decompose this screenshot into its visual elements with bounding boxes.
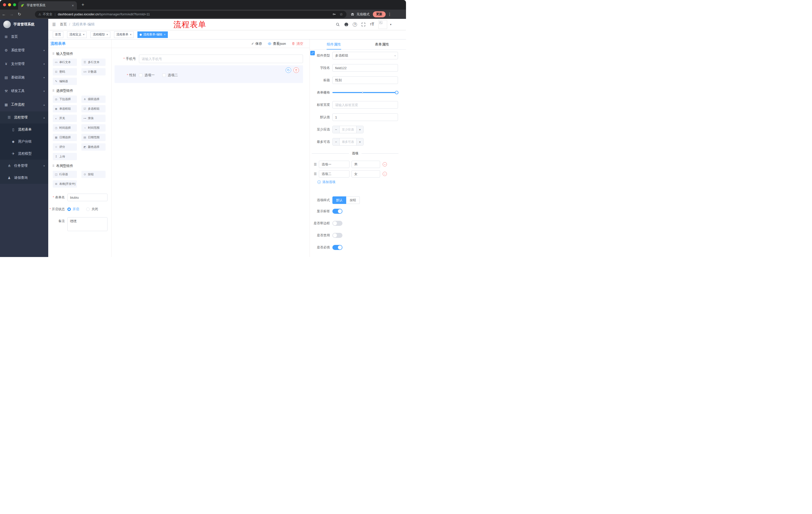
breadcrumb-home[interactable]: 首页 xyxy=(60,22,67,27)
slider-handle[interactable] xyxy=(395,91,399,94)
border-toggle[interactable] xyxy=(332,221,343,226)
tag-process-form-edit[interactable]: 流程表单-编辑 × xyxy=(138,31,168,38)
help-icon[interactable]: ? xyxy=(352,21,358,28)
tag-process-model[interactable]: 流程模型 × xyxy=(90,31,110,38)
selected-component-gender[interactable]: 性别 选项一 选项二 xyxy=(115,65,303,83)
sidebar-item-process-form[interactable]: ▯ 流程表单 xyxy=(0,124,48,136)
fullscreen-icon[interactable] xyxy=(360,21,367,28)
drawing-board[interactable]: 手机号 xyxy=(112,48,310,257)
palette-item-time-range[interactable]: ◔时间范围 xyxy=(81,124,106,132)
gender-option1-checkbox[interactable]: 选项一 xyxy=(139,73,155,77)
form-name-input[interactable] xyxy=(67,194,108,201)
decrease-button[interactable]: − xyxy=(332,126,340,133)
sidebar-item-system[interactable]: ⚙ 系统管理 ▾ xyxy=(0,44,48,57)
view-json-button[interactable]: 查看json xyxy=(267,42,286,46)
sidebar-item-process-model[interactable]: ✈ 流程模型 xyxy=(0,147,48,160)
palette-item-checkbox-group[interactable]: ☑多选框组 xyxy=(81,105,106,112)
remove-option-icon[interactable]: − xyxy=(383,172,387,176)
window-close-button[interactable] xyxy=(3,3,6,6)
clear-button[interactable]: 清空 xyxy=(291,42,303,46)
style-default-button[interactable]: 默认 xyxy=(332,196,346,204)
disabled-toggle[interactable] xyxy=(332,233,343,238)
option-value-input[interactable] xyxy=(351,170,380,178)
search-icon[interactable] xyxy=(335,21,341,28)
palette-item-switch[interactable]: ◐开关 xyxy=(53,115,77,122)
palette-item-multi-text[interactable]: ☰多行文本 xyxy=(81,59,106,66)
tab-form-props[interactable]: 表单属性 xyxy=(358,39,406,49)
window-minimize-button[interactable] xyxy=(8,3,11,6)
browser-menu-icon[interactable]: ⋮ xyxy=(387,12,392,17)
user-avatar[interactable] xyxy=(378,20,387,29)
decrease-button[interactable]: − xyxy=(332,138,340,145)
palette-item-rate[interactable]: ☆评分 xyxy=(53,143,77,151)
max-select-value[interactable]: 最多可选 xyxy=(340,138,356,145)
drag-handle-icon[interactable]: ☰ xyxy=(314,162,319,166)
font-size-icon[interactable]: TT xyxy=(369,21,375,28)
palette-item-counter[interactable]: 123计数器 xyxy=(81,68,106,76)
palette-item-color-picker[interactable]: ◩颜色选择 xyxy=(81,143,106,151)
tag-close-icon[interactable]: × xyxy=(106,33,108,36)
avatar-caret-icon[interactable]: ▾ xyxy=(390,23,392,26)
sidebar-item-devtools[interactable]: ⚒ 研发工具 ▾ xyxy=(0,84,48,98)
palette-item-password[interactable]: ⊡密码 xyxy=(53,68,77,76)
status-on-radio[interactable]: 开启 xyxy=(67,207,79,212)
sidebar-item-leave-query[interactable]: ♟ 请假查询 xyxy=(0,172,48,184)
security-label[interactable]: 不安全 xyxy=(43,12,53,17)
palette-item-table[interactable]: ⊞表格[开发中] xyxy=(53,180,77,188)
palette-item-slider[interactable]: ⊶滑块 xyxy=(81,115,106,122)
tab-close-icon[interactable]: × xyxy=(71,3,75,7)
option-label-input[interactable] xyxy=(319,161,349,168)
component-type-select[interactable]: 多选框组 ▾ xyxy=(332,52,398,59)
increase-button[interactable]: + xyxy=(356,126,363,133)
browser-tab[interactable]: 芋道管理系统 × xyxy=(18,1,77,9)
palette-item-single-text[interactable]: ▭单行文本 xyxy=(53,59,77,66)
forward-button[interactable]: → xyxy=(8,12,16,17)
min-select-value[interactable]: 至少应选 xyxy=(340,126,356,133)
palette-item-date[interactable]: ▦日期选择 xyxy=(53,134,77,141)
required-toggle[interactable] xyxy=(332,245,343,250)
sidebar-item-infra[interactable]: ▤ 基础设施 ▾ xyxy=(0,71,48,84)
tag-process-form[interactable]: 流程表单 × xyxy=(114,31,134,38)
status-off-radio[interactable]: 关闭 xyxy=(86,207,98,212)
address-bar[interactable]: ⚠ 不安全 | dashboard.yudao.iocoder.cn /bpm/… xyxy=(35,11,346,18)
option-value-input[interactable] xyxy=(351,161,380,168)
palette-item-button[interactable]: ⊙按钮 xyxy=(81,171,106,178)
back-button[interactable]: ← xyxy=(0,12,8,17)
reload-button[interactable]: ↻ xyxy=(16,12,23,17)
tag-close-icon[interactable]: × xyxy=(130,33,132,36)
sidebar-item-user-group[interactable]: ☻ 用户分组 xyxy=(0,136,48,147)
remove-option-icon[interactable]: − xyxy=(383,162,387,166)
phone-form-item[interactable]: 手机号 xyxy=(115,55,303,63)
password-key-icon[interactable] xyxy=(332,12,337,16)
option-label-input[interactable] xyxy=(319,170,349,178)
default-value-input[interactable] xyxy=(332,113,398,121)
title-input[interactable] xyxy=(332,77,398,84)
drag-handle-icon[interactable]: ☰ xyxy=(314,172,319,176)
tag-home[interactable]: 首页 xyxy=(53,31,63,38)
save-button[interactable]: ✓ 保存 xyxy=(251,42,262,46)
palette-item-date-range[interactable]: ▤日期范围 xyxy=(81,134,106,141)
increase-button[interactable]: + xyxy=(356,138,363,145)
palette-item-select[interactable]: ◎下拉选择 xyxy=(53,96,77,103)
palette-item-editor[interactable]: ✎编辑器 xyxy=(53,78,77,85)
github-icon[interactable] xyxy=(343,21,349,28)
show-label-toggle[interactable] xyxy=(332,209,343,214)
sidebar-item-home[interactable]: ⊞ 首页 xyxy=(0,30,48,44)
palette-item-radio-group[interactable]: ◉单选框组 xyxy=(53,105,77,112)
field-name-input[interactable] xyxy=(332,64,398,72)
gender-option2-checkbox[interactable]: 选项二 xyxy=(162,73,178,77)
sidebar-fold-icon[interactable]: ☰ xyxy=(48,22,60,27)
tag-process-definition[interactable]: 流程定义 × xyxy=(67,31,87,38)
delete-component-button[interactable] xyxy=(293,67,299,73)
window-zoom-button[interactable] xyxy=(13,3,16,6)
sidebar-item-task-mgmt[interactable]: ⋔ 任务管理 ▾ xyxy=(0,160,48,172)
palette-item-time[interactable]: ◷时间选择 xyxy=(53,124,77,132)
palette-item-cascader[interactable]: ⋔级联选择 xyxy=(81,96,106,103)
sidebar-item-process-mgmt[interactable]: ☰ 流程管理 ▴ xyxy=(0,111,48,124)
chrome-update-button[interactable]: 更新 xyxy=(373,11,386,17)
grid-slider[interactable] xyxy=(332,92,397,93)
palette-item-row-container[interactable]: ◫行容器 xyxy=(53,171,77,178)
tag-close-icon[interactable]: × xyxy=(164,33,165,36)
style-button-button[interactable]: 按钮 xyxy=(346,196,360,204)
phone-input[interactable] xyxy=(139,55,303,63)
